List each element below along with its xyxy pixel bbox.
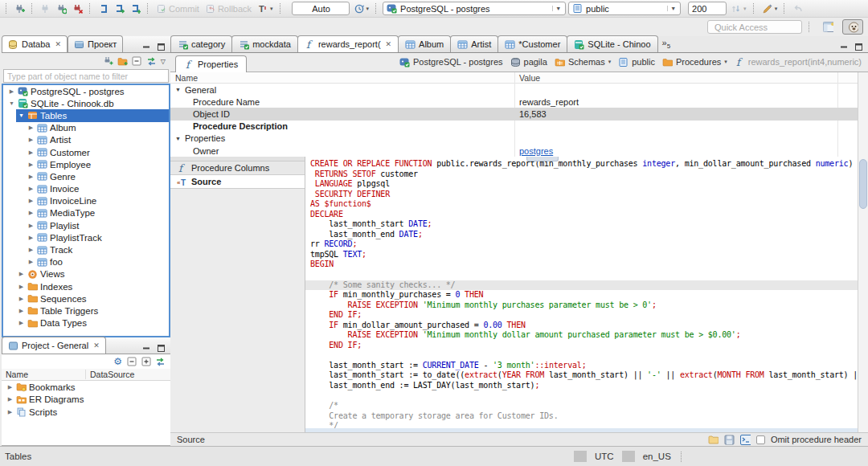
column-header-name[interactable]: Name bbox=[2, 370, 86, 379]
maximize-icon[interactable] bbox=[156, 343, 166, 354]
expand-arrow-icon[interactable]: ▶ bbox=[27, 149, 35, 156]
project-item-scripts[interactable]: ▶Scripts bbox=[2, 406, 170, 419]
maximize-icon[interactable] bbox=[854, 42, 864, 52]
undo-button[interactable] bbox=[791, 2, 805, 14]
expand-arrow-icon[interactable]: ▶ bbox=[27, 174, 35, 180]
expand-arrow-icon[interactable]: ▶ bbox=[27, 198, 35, 204]
scrollbar-thumb[interactable] bbox=[859, 159, 867, 209]
connection-selector[interactable]: PostgreSQL - postgres ▼ bbox=[383, 2, 566, 15]
format-button[interactable]: ▾ bbox=[760, 2, 780, 14]
view-menu-icon[interactable]: ▽ bbox=[161, 58, 166, 65]
tab-project-navigator[interactable]: Проект bbox=[68, 35, 123, 52]
expand-arrow-icon[interactable]: ▶ bbox=[27, 223, 35, 229]
nav-tree-item-employee[interactable]: ▶Employee bbox=[3, 158, 169, 170]
breadcrumb-item-rewards-report-int4-numeric[interactable]: frewards_report(int4,numeric) bbox=[735, 57, 862, 67]
minimize-icon[interactable] bbox=[141, 42, 152, 52]
column-header-name[interactable]: Name bbox=[170, 73, 514, 83]
expand-arrow-icon[interactable]: ▼ bbox=[8, 100, 15, 106]
expand-arrow-icon[interactable]: ▶ bbox=[18, 296, 25, 302]
expand-arrow-icon[interactable]: ▶ bbox=[8, 88, 15, 95]
project-item-bookmarks[interactable]: ▶Bookmarks bbox=[2, 381, 170, 394]
nav-tree-item-playlisttrack[interactable]: ▶PlaylistTrack bbox=[3, 231, 169, 243]
nav-tree-item-invoice[interactable]: ▶Invoice bbox=[3, 183, 169, 195]
nav-tree-item-table-triggers[interactable]: ▶Table Triggers bbox=[3, 305, 169, 317]
transaction-log-button[interactable]: T▾ bbox=[256, 2, 275, 14]
property-row-general[interactable]: ▼General bbox=[170, 84, 868, 96]
new-connection-button[interactable] bbox=[13, 2, 27, 14]
console-icon[interactable] bbox=[740, 435, 751, 445]
breadcrumb-item-pagila[interactable]: pagila bbox=[510, 57, 547, 67]
locale-label[interactable]: en_US bbox=[637, 452, 678, 461]
collapse-arrow-icon[interactable]: ▼ bbox=[175, 87, 182, 92]
property-row-owner[interactable]: Ownerpostgres bbox=[170, 145, 868, 157]
gear-icon[interactable]: ⚙ bbox=[113, 357, 122, 366]
dropdown-arrow-icon[interactable]: ▾ bbox=[724, 59, 727, 65]
expand-arrow-icon[interactable]: ▶ bbox=[18, 320, 25, 326]
tab-overflow-indicator[interactable]: »5 bbox=[657, 38, 676, 50]
side-tab-procedure-columns[interactable]: fProcedure Columns bbox=[170, 161, 305, 175]
breadcrumb-item-procedures[interactable]: Procedures▾ bbox=[662, 57, 727, 67]
expand-arrow-icon[interactable]: ▶ bbox=[6, 384, 14, 390]
expand-arrow-icon[interactable]: ▶ bbox=[18, 284, 25, 290]
link-editor-icon[interactable] bbox=[155, 357, 166, 367]
dropdown-arrow-icon[interactable]: ▾ bbox=[608, 59, 612, 65]
column-header-datasource[interactable]: DataSource bbox=[86, 370, 134, 379]
tab-database-navigator[interactable]: Databa ✕ bbox=[2, 35, 68, 52]
nav-tree-item-tables[interactable]: ▼Tables bbox=[3, 109, 169, 121]
link-editor-icon[interactable] bbox=[146, 56, 157, 67]
breadcrumb-item-postgresql-postgres[interactable]: PostgreSQL - postgres bbox=[399, 57, 502, 67]
minimize-icon[interactable] bbox=[839, 42, 850, 52]
expand-arrow-icon[interactable]: ▶ bbox=[27, 161, 35, 168]
nav-tree-item-playlist[interactable]: ▶Playlist bbox=[3, 219, 169, 231]
breadcrumb-item-schemas[interactable]: Schemas▾ bbox=[555, 57, 611, 67]
expand-arrow-icon[interactable]: ▶ bbox=[6, 409, 14, 415]
property-row-object-id[interactable]: Object ID16,583 bbox=[170, 108, 868, 120]
nav-tree-item-track[interactable]: ▶Track bbox=[3, 243, 169, 255]
commit-mode-combo[interactable]: Auto bbox=[292, 2, 350, 15]
connect-button[interactable] bbox=[39, 2, 52, 14]
omit-header-checkbox[interactable] bbox=[756, 435, 765, 444]
dbeaver-perspective-button[interactable] bbox=[842, 19, 863, 35]
nav-tree-item-sequences[interactable]: ▶Sequences bbox=[3, 292, 169, 305]
close-tab-icon[interactable]: ✕ bbox=[386, 40, 392, 48]
collapse-all-icon[interactable] bbox=[126, 357, 137, 367]
expand-arrow-icon[interactable]: ▶ bbox=[27, 125, 35, 131]
editor-tab-artist[interactable]: Artist bbox=[450, 35, 498, 52]
open-sql-script-button[interactable] bbox=[113, 2, 126, 14]
quick-access-input[interactable] bbox=[707, 20, 802, 34]
expand-arrow-icon[interactable]: ▶ bbox=[18, 308, 25, 314]
expand-arrow-icon[interactable]: ▼ bbox=[18, 112, 25, 118]
sync-data-button[interactable]: ▾ bbox=[729, 2, 748, 14]
collapse-all-icon[interactable] bbox=[132, 56, 142, 67]
maximize-icon[interactable] bbox=[156, 42, 166, 52]
nav-tree-item-postgresql-postgres[interactable]: ▶PostgreSQL - postgres bbox=[3, 85, 169, 97]
folder-add-icon[interactable] bbox=[117, 56, 128, 67]
commit-button[interactable]: Commit bbox=[154, 2, 201, 14]
project-item-er-diagrams[interactable]: ▶ER Diagrams bbox=[2, 394, 170, 407]
nav-tree-item-invoiceline[interactable]: ▶InvoiceLine bbox=[3, 195, 169, 207]
breadcrumb-item-public[interactable]: public bbox=[618, 57, 655, 67]
expand-arrow-icon[interactable]: ▶ bbox=[27, 247, 35, 253]
nav-tree-item-album[interactable]: ▶Album bbox=[3, 122, 169, 134]
nav-tree-item-indexes[interactable]: ▶Indexes bbox=[3, 280, 169, 292]
nav-tree-item-sqlite-chinook-db[interactable]: ▼SQLite - Chinook.db bbox=[3, 97, 169, 109]
timezone-label[interactable]: UTC bbox=[588, 452, 620, 461]
plug-add-icon[interactable] bbox=[103, 56, 113, 67]
nav-tree-item-foo[interactable]: ▶foo bbox=[3, 256, 169, 268]
open-perspective-button[interactable] bbox=[817, 19, 838, 35]
nav-tree-item-mediatype[interactable]: ▶MediaType bbox=[3, 207, 169, 219]
editor-tab-category[interactable]: category bbox=[170, 35, 232, 52]
invalidate-connection-button[interactable] bbox=[55, 2, 68, 14]
expand-arrow-icon[interactable]: ▶ bbox=[18, 271, 25, 277]
auto-refresh-button[interactable]: ▾ bbox=[352, 2, 371, 14]
expand-arrow-icon[interactable]: ▶ bbox=[6, 396, 14, 403]
nav-tree-item-data-types[interactable]: ▶Data Types bbox=[3, 317, 169, 329]
expand-arrow-icon[interactable]: ▶ bbox=[27, 235, 35, 241]
close-icon[interactable]: ✕ bbox=[93, 341, 100, 350]
tab-project-general[interactable]: Project - General ✕ bbox=[2, 337, 106, 354]
sql-editor-button[interactable] bbox=[96, 2, 110, 14]
column-header-value[interactable]: Value bbox=[514, 73, 540, 83]
property-row-procedure-name[interactable]: Procedure Namerewards_report bbox=[170, 96, 868, 108]
side-tab-source[interactable]: «TSource bbox=[170, 175, 305, 189]
open-file-icon[interactable] bbox=[708, 435, 719, 445]
